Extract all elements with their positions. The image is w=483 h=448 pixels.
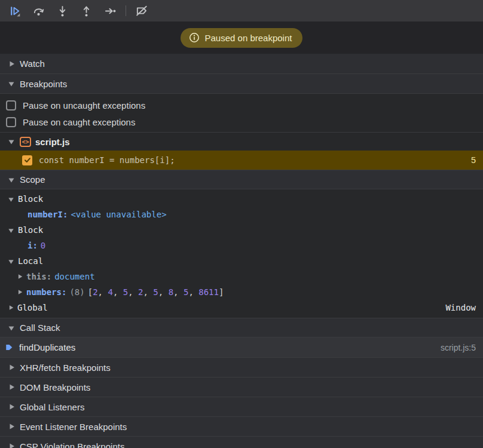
breakpoint-file-name: script.js bbox=[35, 137, 70, 147]
scope-group-name: Global bbox=[17, 303, 48, 312]
section-label: CSP Violation Breakpoints bbox=[20, 441, 124, 448]
script-file-icon: <> bbox=[20, 137, 31, 147]
chevron-right-icon bbox=[16, 289, 23, 296]
chevron-down-icon bbox=[7, 226, 15, 234]
section-scope-label: Scope bbox=[20, 174, 45, 185]
step-into-icon bbox=[56, 5, 69, 17]
section-watch-label: Watch bbox=[20, 59, 45, 69]
chevron-down-icon bbox=[7, 79, 16, 88]
chevron-right-icon bbox=[7, 403, 16, 411]
section-scope[interactable]: Scope bbox=[0, 170, 483, 189]
property-value: 0 bbox=[41, 241, 45, 250]
scope-group-global[interactable]: Global Window bbox=[0, 300, 483, 315]
debugger-toolbar bbox=[0, 0, 483, 22]
breakpoint-file-row[interactable]: <> script.js bbox=[0, 132, 483, 151]
chevron-down-icon bbox=[7, 257, 15, 265]
chevron-right-icon bbox=[7, 383, 16, 391]
breakpoints-content: Pause on uncaught exceptions Pause on ca… bbox=[0, 94, 483, 170]
info-icon bbox=[189, 32, 200, 43]
scope-var-numberI[interactable]: numberI: <value unavailable> bbox=[0, 207, 483, 222]
breakpoint-checkbox[interactable] bbox=[22, 155, 32, 165]
property-key: numberI: bbox=[27, 210, 68, 219]
step-icon bbox=[104, 5, 117, 17]
scope-var-numbers[interactable]: numbers: (8) [2, 4, 5, 2, 5, 8, 5, 8611] bbox=[0, 284, 483, 300]
check-icon bbox=[24, 157, 31, 164]
section-watch[interactable]: Watch bbox=[0, 54, 483, 74]
property-key: i: bbox=[27, 241, 38, 250]
scope-var-i[interactable]: i: 0 bbox=[0, 238, 483, 253]
paused-banner-text: Paused on breakpoint bbox=[205, 33, 292, 43]
pause-uncaught-checkbox[interactable] bbox=[6, 100, 16, 111]
section-label: Global Listeners bbox=[20, 402, 84, 412]
scope-content: Block numberI: <value unavailable> Block… bbox=[0, 189, 483, 318]
property-key: numbers: bbox=[26, 287, 66, 297]
scope-group-name: Block bbox=[18, 225, 43, 235]
pause-caught-label: Pause on caught exceptions bbox=[23, 117, 135, 127]
call-stack-frame[interactable]: findDuplicates script.js:5 bbox=[0, 337, 483, 357]
resume-button[interactable] bbox=[2, 2, 26, 20]
chevron-down-icon bbox=[7, 137, 16, 146]
scope-var-this[interactable]: this: document bbox=[0, 269, 483, 284]
active-frame-arrow-icon bbox=[5, 343, 14, 352]
chevron-down-icon bbox=[7, 176, 16, 184]
paused-message-area: Paused on breakpoint bbox=[0, 22, 483, 54]
chevron-down-icon bbox=[7, 195, 15, 203]
section-call-stack-label: Call Stack bbox=[20, 323, 60, 333]
scope-group-block-2[interactable]: Block bbox=[0, 222, 483, 238]
section-event-listener-breakpoints[interactable]: Event Listener Breakpoints bbox=[0, 417, 483, 437]
section-dom-breakpoints[interactable]: DOM Breakpoints bbox=[0, 378, 483, 397]
section-breakpoints[interactable]: Breakpoints bbox=[0, 74, 483, 94]
array-length-badge: (8) bbox=[69, 287, 84, 297]
section-label: Event Listener Breakpoints bbox=[20, 422, 127, 432]
breakpoint-code-snippet[interactable]: const numberI = numbers[i]; bbox=[39, 155, 464, 165]
chevron-right-icon bbox=[7, 442, 16, 448]
chevron-right-icon bbox=[7, 60, 16, 68]
global-scope-value: Window bbox=[445, 303, 483, 312]
deactivate-breakpoints-button[interactable] bbox=[130, 2, 154, 20]
resume-icon bbox=[8, 5, 21, 17]
breakpoint-entry-row[interactable]: const numberI = numbers[i]; 5 bbox=[0, 151, 483, 170]
property-value: document bbox=[54, 272, 94, 281]
section-call-stack[interactable]: Call Stack bbox=[0, 318, 483, 337]
scope-group-block-1[interactable]: Block bbox=[0, 191, 483, 207]
section-xhr-fetch-breakpoints[interactable]: XHR/fetch Breakpoints bbox=[0, 358, 483, 378]
step-button[interactable] bbox=[98, 2, 122, 20]
property-key: this: bbox=[26, 272, 51, 281]
breakpoint-line-number: 5 bbox=[471, 155, 476, 165]
section-breakpoints-label: Breakpoints bbox=[20, 79, 67, 89]
pause-caught-checkbox[interactable] bbox=[6, 117, 16, 127]
step-over-button[interactable] bbox=[26, 2, 50, 20]
frame-function-name: findDuplicates bbox=[19, 342, 75, 352]
chevron-right-icon bbox=[16, 273, 23, 280]
pause-uncaught-label: Pause on uncaught exceptions bbox=[23, 100, 145, 111]
chevron-right-icon bbox=[7, 422, 16, 431]
step-into-button[interactable] bbox=[50, 2, 74, 20]
step-out-button[interactable] bbox=[74, 2, 98, 20]
property-value: <value unavailable> bbox=[71, 210, 166, 219]
toolbar-divider bbox=[126, 5, 126, 16]
step-over-icon bbox=[32, 5, 45, 17]
numbers-array: [2, 4, 5, 2, 5, 8, 5, 8611] bbox=[88, 287, 224, 297]
chevron-down-icon bbox=[7, 324, 16, 332]
scope-group-name: Block bbox=[18, 194, 43, 204]
scope-group-local[interactable]: Local bbox=[0, 253, 483, 269]
step-out-icon bbox=[80, 5, 93, 17]
pause-caught-row: Pause on caught exceptions bbox=[0, 113, 483, 130]
section-label: XHR/fetch Breakpoints bbox=[20, 363, 111, 373]
paused-banner: Paused on breakpoint bbox=[181, 28, 303, 48]
section-csp-violation-breakpoints[interactable]: CSP Violation Breakpoints bbox=[0, 437, 483, 448]
deactivate-breakpoints-icon bbox=[135, 4, 148, 17]
section-global-listeners[interactable]: Global Listeners bbox=[0, 397, 483, 417]
scope-group-name: Local bbox=[18, 256, 43, 266]
chevron-right-icon bbox=[7, 304, 14, 311]
frame-location-link[interactable]: script.js:5 bbox=[441, 343, 476, 352]
section-label: DOM Breakpoints bbox=[20, 382, 90, 392]
pause-uncaught-row: Pause on uncaught exceptions bbox=[0, 97, 483, 113]
chevron-right-icon bbox=[7, 363, 16, 372]
